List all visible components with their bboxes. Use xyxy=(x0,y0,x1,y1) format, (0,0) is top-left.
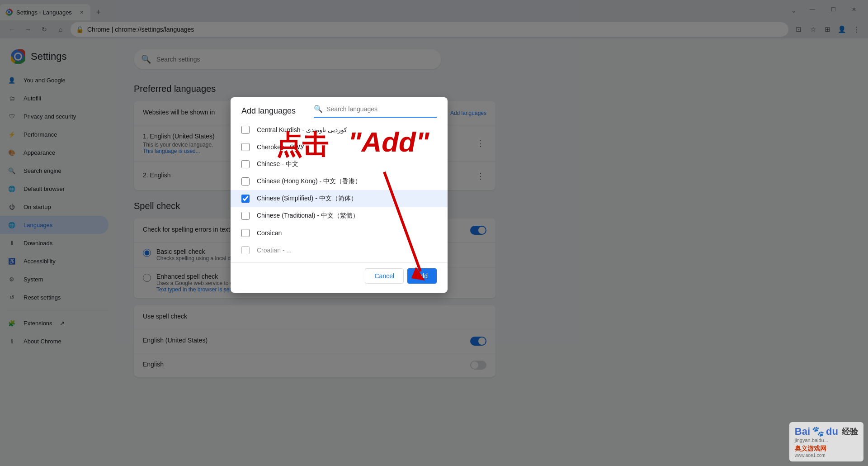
watermark-baidu-text: Bai xyxy=(795,426,810,437)
lang-cherokee-label: Cherokee - ᏣᎳᎩ xyxy=(257,143,305,151)
dialog-search-input[interactable] xyxy=(326,105,437,113)
lang-chinese-traditional-checkbox[interactable] xyxy=(241,212,250,220)
lang-corsican-label: Corsican xyxy=(257,229,282,237)
watermark-sub-row: 奥义游戏网 xyxy=(795,445,858,453)
lang-croatian-checkbox[interactable] xyxy=(241,246,250,254)
watermark-paw-icon: 🐾 xyxy=(812,426,824,437)
lang-chinese-label: Chinese - 中文 xyxy=(257,160,298,168)
watermark-du-text: du xyxy=(826,426,838,437)
add-button[interactable]: Add xyxy=(407,268,437,284)
watermark-url: jingyan.baidu... xyxy=(795,437,858,443)
dialog-search-icon: 🔍 xyxy=(314,105,323,113)
lang-cherokee[interactable]: Cherokee - ᏣᎳᎩ xyxy=(231,138,448,156)
lang-corsican[interactable]: Corsican xyxy=(231,224,448,242)
lang-chinese-simplified-checkbox[interactable] xyxy=(241,195,250,203)
lang-cherokee-checkbox[interactable] xyxy=(241,143,250,151)
lang-chinese-hk-label: Chinese (Hong Kong) - 中文（香港） xyxy=(257,177,361,185)
watermark-logo: Bai 🐾 du 经验 xyxy=(795,426,858,437)
dialog-search-bar[interactable]: 🔍 xyxy=(314,105,437,118)
lang-chinese[interactable]: Chinese - 中文 xyxy=(231,156,448,173)
dialog-header: Add languages 🔍 xyxy=(231,97,448,118)
watermark-jingyan-text: 经验 xyxy=(842,426,858,437)
watermark-sub-url: www.aoe1.com xyxy=(795,453,858,458)
lang-chinese-hk-checkbox[interactable] xyxy=(241,177,250,185)
lang-corsican-checkbox[interactable] xyxy=(241,229,250,237)
add-languages-dialog: Add languages 🔍 Central Kurdish - کوردیی… xyxy=(231,97,448,293)
lang-chinese-traditional[interactable]: Chinese (Traditional) - 中文（繁體） xyxy=(231,207,448,224)
lang-chinese-hk[interactable]: Chinese (Hong Kong) - 中文（香港） xyxy=(231,173,448,190)
cancel-button[interactable]: Cancel xyxy=(365,268,404,284)
lang-central-kurdish-label: Central Kurdish - کوردیی ناوەندی xyxy=(257,126,347,133)
lang-croatian[interactable]: Croatian - ... xyxy=(231,242,448,259)
lang-chinese-simplified-label: Chinese (Simplified) - 中文（简体） xyxy=(257,195,357,203)
lang-central-kurdish[interactable]: Central Kurdish - کوردیی ناوەندی xyxy=(231,121,448,138)
language-list: Central Kurdish - کوردیی ناوەندی Cheroke… xyxy=(231,118,448,262)
lang-croatian-label: Croatian - ... xyxy=(257,247,292,254)
watermark-sub-logo: 奥义游戏网 xyxy=(795,445,826,453)
watermark: Bai 🐾 du 经验 jingyan.baidu... 奥义游戏网 www.a… xyxy=(789,422,863,461)
dialog-overlay: Add languages 🔍 Central Kurdish - کوردیی… xyxy=(0,0,868,466)
lang-chinese-checkbox[interactable] xyxy=(241,160,250,168)
lang-chinese-traditional-label: Chinese (Traditional) - 中文（繁體） xyxy=(257,212,359,220)
lang-central-kurdish-checkbox[interactable] xyxy=(241,126,250,134)
dialog-footer: Cancel Add xyxy=(231,262,448,293)
dialog-title: Add languages xyxy=(241,106,296,116)
lang-chinese-simplified[interactable]: Chinese (Simplified) - 中文（简体） xyxy=(231,190,448,207)
